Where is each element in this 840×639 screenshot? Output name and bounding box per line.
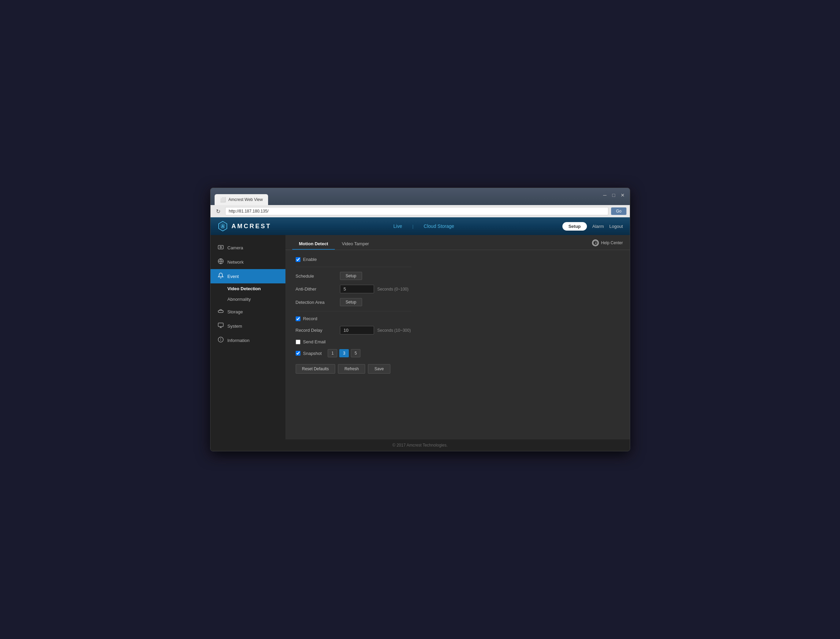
save-button[interactable]: Save (368, 364, 390, 374)
footer-text: © 2017 Amcrest Technologies. (392, 443, 448, 448)
snapshot-row: Snapshot 1 3 5 (296, 349, 619, 357)
help-center-button[interactable]: Help Center (592, 240, 622, 249)
app-window: ⬜ Amcrest Web View ─ □ ✕ ↻ Go A AMCREST … (210, 188, 630, 451)
maximize-button[interactable]: □ (611, 192, 617, 198)
snapshot-label: Snapshot (303, 351, 322, 356)
enable-label: Enable (303, 257, 317, 262)
logo-icon: A (218, 221, 228, 232)
svg-rect-3 (218, 246, 223, 250)
tab-video-tamper[interactable]: Video Tamper (335, 238, 376, 250)
sidebar-label-storage: Storage (227, 309, 243, 315)
sidebar-label-camera: Camera (227, 245, 243, 250)
event-icon (218, 272, 224, 280)
record-delay-row: Record Delay Seconds (10~300) (296, 326, 619, 334)
system-icon (218, 322, 224, 330)
snapshot-option-3[interactable]: 3 (339, 349, 349, 357)
help-center-label: Help Center (601, 240, 622, 245)
record-checkbox[interactable] (296, 316, 300, 321)
anti-dither-input[interactable] (340, 285, 374, 293)
title-bar: ⬜ Amcrest Web View ─ □ ✕ (211, 188, 630, 205)
browser-bar: ↻ Go (211, 205, 630, 217)
send-email-checkbox[interactable] (296, 340, 300, 344)
logout-button[interactable]: Logout (610, 224, 623, 229)
sidebar: Camera Network (211, 235, 286, 439)
main-content: Camera Network (211, 235, 630, 439)
logo-text: AMCREST (232, 223, 272, 230)
sidebar-item-storage[interactable]: Storage (211, 305, 286, 319)
sidebar-label-information: Information (227, 338, 250, 343)
help-icon (592, 240, 599, 246)
record-delay-label: Record Delay (296, 327, 340, 333)
setup-button[interactable]: Setup (562, 222, 587, 230)
content-area: Motion Detect Video Tamper Help Center (286, 235, 630, 439)
anti-dither-label: Anti-Dither (296, 286, 340, 292)
sidebar-label-abnormality: Abnormality (227, 297, 251, 302)
svg-rect-7 (218, 323, 223, 327)
nav-divider: | (412, 224, 413, 229)
detection-area-setup-button[interactable]: Setup (340, 298, 362, 306)
nav-center: Live | Cloud Storage (286, 223, 562, 229)
anti-dither-hint: Seconds (0~100) (378, 287, 409, 292)
tab-motion-detect[interactable]: Motion Detect (292, 238, 335, 250)
sidebar-label-system: System (227, 324, 242, 329)
schedule-row: Schedule Setup (296, 272, 619, 280)
nav-cloud-link[interactable]: Cloud Storage (424, 223, 454, 229)
schedule-label: Schedule (296, 273, 340, 279)
record-delay-hint: Seconds (10~300) (378, 328, 411, 333)
svg-text:A: A (221, 224, 224, 229)
divider-2 (296, 311, 411, 312)
tab-title: Amcrest Web View (229, 197, 263, 202)
content-tabs: Motion Detect Video Tamper Help Center (286, 235, 630, 250)
close-button[interactable]: ✕ (619, 192, 626, 198)
information-icon (218, 337, 224, 344)
snapshot-options: 1 3 5 (328, 349, 360, 357)
divider-1 (296, 267, 411, 267)
svg-point-4 (220, 246, 221, 248)
alarm-button[interactable]: Alarm (592, 224, 604, 229)
app-header: A AMCREST Live | Cloud Storage Setup Ala… (211, 217, 630, 235)
storage-icon (218, 308, 224, 315)
snapshot-checkbox[interactable] (296, 351, 300, 356)
send-email-row: Send Email (296, 339, 619, 344)
url-input[interactable] (225, 207, 609, 215)
enable-checkbox[interactable] (296, 257, 300, 262)
network-icon (218, 258, 224, 266)
refresh-button[interactable]: Refresh (338, 364, 365, 374)
sidebar-item-event[interactable]: Event (211, 269, 286, 283)
action-buttons: Reset Defaults Refresh Save (296, 364, 619, 374)
form-content: Enable Schedule Setup Anti-Dither Second… (286, 250, 630, 380)
snapshot-option-1[interactable]: 1 (328, 349, 337, 357)
nav-live-link[interactable]: Live (394, 223, 402, 229)
minimize-button[interactable]: ─ (602, 192, 608, 198)
record-row: Record (296, 316, 619, 321)
sidebar-item-information[interactable]: Information (211, 333, 286, 347)
sidebar-label-network: Network (227, 259, 244, 265)
sidebar-label-event: Event (227, 274, 239, 279)
sidebar-item-network[interactable]: Network (211, 255, 286, 269)
anti-dither-row: Anti-Dither Seconds (0~100) (296, 285, 619, 293)
browser-tab[interactable]: ⬜ Amcrest Web View (214, 194, 268, 205)
snapshot-option-5[interactable]: 5 (351, 349, 360, 357)
tab-icon: ⬜ (220, 197, 226, 202)
record-label: Record (303, 316, 318, 321)
nav-right: Setup Alarm Logout (562, 222, 623, 230)
enable-row: Enable (296, 257, 619, 262)
record-delay-input[interactable] (340, 326, 374, 334)
sidebar-item-camera[interactable]: Camera (211, 240, 286, 255)
detection-area-row: Detection Area Setup (296, 298, 619, 306)
reset-defaults-button[interactable]: Reset Defaults (296, 364, 335, 374)
send-email-label: Send Email (303, 339, 326, 344)
window-controls: ─ □ ✕ (602, 192, 626, 198)
go-button[interactable]: Go (611, 207, 626, 215)
sidebar-subitem-video-detection[interactable]: Video Detection (211, 283, 286, 294)
schedule-setup-button[interactable]: Setup (340, 272, 362, 280)
sidebar-item-system[interactable]: System (211, 319, 286, 333)
camera-icon (218, 244, 224, 251)
sidebar-label-video-detection: Video Detection (227, 286, 261, 291)
tabs-left: Motion Detect Video Tamper (292, 238, 376, 250)
footer: © 2017 Amcrest Technologies. (211, 439, 630, 451)
logo-area: A AMCREST (218, 221, 286, 232)
sidebar-subitem-abnormality[interactable]: Abnormality (211, 294, 286, 305)
browser-refresh-button[interactable]: ↻ (214, 207, 222, 215)
detection-area-label: Detection Area (296, 300, 340, 305)
